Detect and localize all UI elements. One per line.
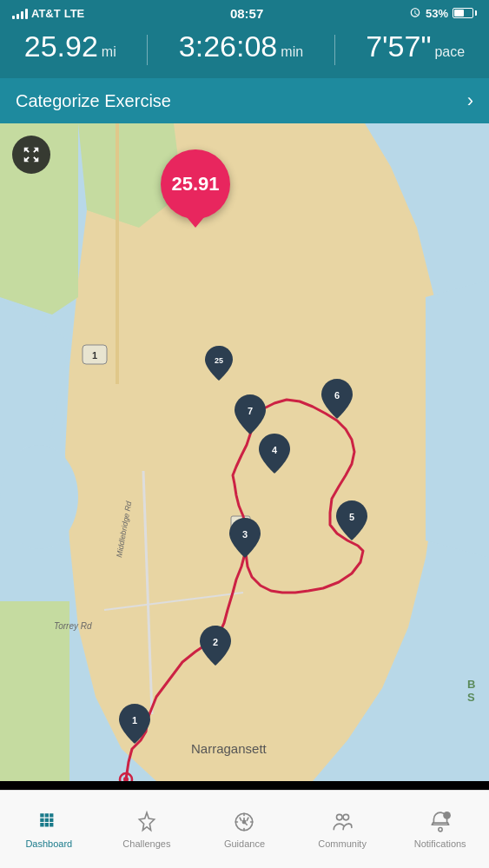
stat-divider-2: [334, 35, 335, 65]
tab-community[interactable]: Community: [294, 791, 392, 868]
svg-point-30: [343, 814, 349, 820]
tab-bar: Dashboard Challenges Guidance: [0, 790, 489, 868]
challenges-icon: [135, 810, 159, 834]
status-bar: AT&T LTE 08:57 53%: [0, 0, 489, 26]
tab-dashboard-label: Dashboard: [25, 838, 72, 849]
tab-challenges[interactable]: Challenges: [98, 791, 196, 868]
svg-text:1: 1: [132, 715, 137, 726]
tab-community-label: Community: [318, 838, 367, 849]
pace-unit: pace: [434, 44, 465, 60]
distance-stat: 25.92 mi: [24, 31, 116, 61]
svg-text:3: 3: [242, 529, 248, 540]
tab-guidance[interactable]: Guidance: [195, 791, 294, 868]
svg-text:S: S: [467, 691, 475, 704]
svg-text:5: 5: [349, 512, 354, 522]
category-chevron: ›: [467, 89, 473, 112]
tab-guidance-label: Guidance: [224, 838, 265, 849]
category-label: Categorize Exercise: [16, 91, 171, 111]
stats-bar: 25.92 mi 3:26:08 min 7'57" pace: [0, 26, 489, 78]
duration-value: 3:26:08: [179, 31, 277, 61]
distance-value: 25.92: [24, 31, 98, 61]
svg-text:2: 2: [213, 637, 218, 647]
tab-challenges-label: Challenges: [122, 838, 170, 849]
distance-unit: mi: [102, 44, 116, 60]
network-label: LTE: [64, 7, 85, 20]
signal-bars: [12, 8, 28, 19]
svg-point-29: [337, 814, 343, 820]
duration-unit: min: [281, 44, 303, 60]
svg-text:Narragansett: Narragansett: [191, 741, 268, 756]
alarm-icon: [409, 7, 421, 19]
svg-text:6: 6: [334, 390, 340, 401]
notifications-icon: ···: [428, 810, 453, 834]
guidance-icon: [232, 810, 256, 834]
pace-stat: 7'57" pace: [366, 31, 465, 61]
svg-text:···: ···: [444, 812, 449, 819]
distance-bubble: 25.91: [161, 149, 230, 219]
tab-notifications-label: Notifications: [414, 838, 466, 849]
svg-point-28: [243, 820, 246, 823]
time-label: 08:57: [230, 6, 263, 21]
pace-value: 7'57": [366, 31, 431, 61]
svg-point-1: [0, 445, 78, 549]
map-container[interactable]: 1 Torrey Rd Middlebridge Rd 11 Narragans…: [0, 123, 489, 781]
battery-indicator: [453, 8, 477, 18]
svg-text:1: 1: [92, 350, 97, 361]
svg-text:25: 25: [215, 356, 223, 365]
bubble-distance: 25.91: [171, 173, 219, 195]
battery-percent: 53%: [426, 7, 448, 20]
tab-dashboard[interactable]: Dashboard: [0, 791, 98, 868]
bubble-circle: 25.91: [161, 149, 230, 219]
svg-text:4: 4: [272, 445, 278, 455]
svg-text:7: 7: [248, 406, 253, 416]
status-right: 53%: [409, 7, 477, 20]
tab-notifications[interactable]: ··· Notifications: [391, 791, 489, 868]
status-left: AT&T LTE: [12, 7, 84, 20]
svg-point-31: [439, 828, 442, 832]
stat-divider-1: [147, 35, 148, 65]
svg-text:B: B: [467, 678, 475, 691]
expand-button[interactable]: [12, 136, 50, 174]
duration-stat: 3:26:08 min: [179, 31, 303, 61]
svg-text:Torrey Rd: Torrey Rd: [54, 621, 92, 631]
category-bar[interactable]: Categorize Exercise ›: [0, 78, 489, 123]
map-svg: 1 Torrey Rd Middlebridge Rd 11 Narragans…: [0, 123, 489, 781]
expand-icon: [22, 145, 41, 164]
dashboard-icon: [36, 810, 61, 834]
community-icon: [330, 810, 354, 834]
carrier-label: AT&T: [31, 7, 61, 20]
